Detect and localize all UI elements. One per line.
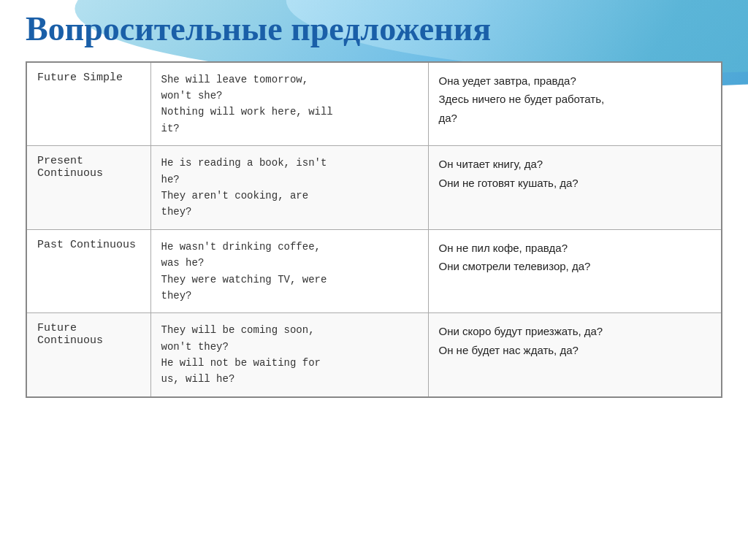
english-cell: They will be coming soon, won't they? He… xyxy=(150,313,428,397)
tense-cell: Future Simple xyxy=(26,62,150,146)
tense-cell: Future Continuous xyxy=(26,313,150,397)
table-row: Present ContinuousHe is reading a book, … xyxy=(26,146,722,230)
tense-cell: Present Continuous xyxy=(26,146,150,230)
english-cell: He is reading a book, isn't he? They are… xyxy=(150,146,428,230)
russian-cell: Она уедет завтра, правда? Здесь ничего н… xyxy=(428,62,722,146)
russian-cell: Они скоро будут приезжать, да? Он не буд… xyxy=(428,313,722,397)
english-cell: He wasn't drinking coffee, was he? They … xyxy=(150,229,428,313)
grammar-table: Future SimpleShe will leave tomorrow, wo… xyxy=(26,61,722,398)
table-row: Future SimpleShe will leave tomorrow, wo… xyxy=(26,62,722,146)
page-title: Вопросительные предложения xyxy=(26,11,722,48)
russian-cell: Он читает книгу, да? Они не готовят куша… xyxy=(428,146,722,230)
table-row: Future ContinuousThey will be coming soo… xyxy=(26,313,722,397)
table-row: Past ContinuousHe wasn't drinking coffee… xyxy=(26,229,722,313)
english-cell: She will leave tomorrow, won't she? Noth… xyxy=(150,62,428,146)
tense-cell: Past Continuous xyxy=(26,229,150,313)
russian-cell: Он не пил кофе, правда? Они смотрели тел… xyxy=(428,229,722,313)
